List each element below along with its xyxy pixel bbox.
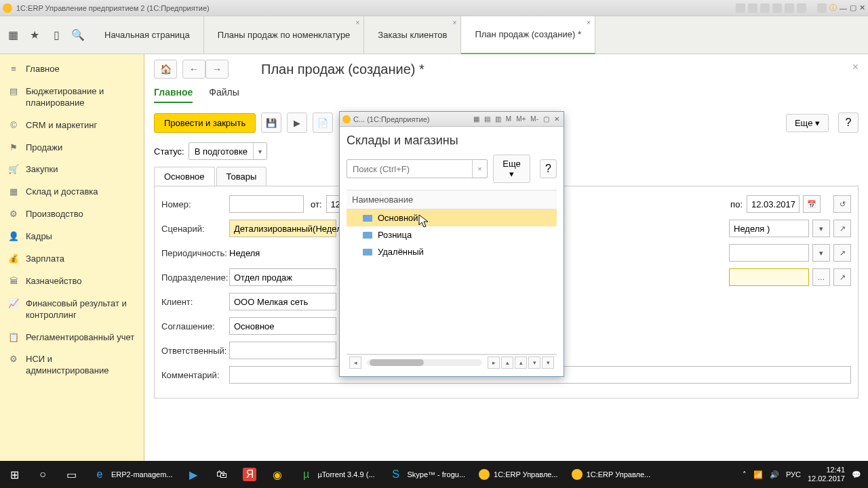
inner-tab-main[interactable]: Основное [154,167,215,186]
start-button[interactable]: ⊞ [0,461,28,488]
home-button[interactable]: 🏠 [154,60,177,79]
titlebar-icon[interactable] [785,3,794,13]
nav-last-icon[interactable]: ▾ [542,357,554,369]
period-right-input[interactable] [729,244,809,262]
popup-tb-icon[interactable]: ▥ [494,115,502,123]
ellipsis-icon[interactable]: … [812,268,830,286]
tab-home[interactable]: Начальная страница [91,16,204,54]
open-icon[interactable]: ↗ [833,268,851,286]
popup-mminus-button[interactable]: M- [529,115,540,123]
forward-button[interactable]: → [205,60,229,79]
tray-notifications-icon[interactable]: 💬 [852,470,861,479]
sidebar-item-treasury[interactable]: 🏛Казначейство [0,270,144,293]
chevron-down-icon[interactable]: ▾ [253,143,267,159]
popup-m-button[interactable]: M [505,115,513,123]
sidebar-item-salary[interactable]: 💰Зарплата [0,248,144,270]
titlebar-icon[interactable] [736,3,745,13]
titlebar-icon[interactable] [760,3,770,13]
agreement-input[interactable]: Основное [229,317,336,335]
tray-network-icon[interactable]: 📶 [753,470,763,479]
popup-search-box[interactable]: × [347,159,488,178]
popup-maximize-icon[interactable]: ▢ [542,115,551,123]
sidebar-item-main[interactable]: ≡Главное [0,58,144,81]
from-date-input[interactable]: 12 [326,195,340,213]
open-icon[interactable]: ↗ [833,220,851,237]
popup-list[interactable]: Основной Розница Удалённый [347,209,557,354]
taskbar-app[interactable]: 1С:ERP Управле... [472,461,565,488]
calendar-icon[interactable]: 📅 [803,195,821,213]
taskbar-app[interactable]: Я [236,461,263,488]
sidebar-item-budgeting[interactable]: ▤Бюджетирование и планирование [0,81,144,115]
help-button[interactable]: ? [838,113,859,133]
taskview-button[interactable]: ▭ [57,461,85,488]
tab-close-icon[interactable]: × [587,19,591,26]
tab-client-orders[interactable]: Заказы клиентов× [364,16,461,54]
tab-close-icon[interactable]: × [453,19,457,26]
popup-help-button[interactable]: ? [540,159,557,178]
tab-sales-plan-create[interactable]: План продаж (создание) *× [461,16,595,54]
sidebar-item-procurement[interactable]: 🛒Закупки [0,159,144,181]
tray-chevron-icon[interactable]: ˄ [743,470,747,479]
subtab-main[interactable]: Главное [154,87,193,103]
submit-close-button[interactable]: Провести и закрыть [154,113,256,133]
subtab-files[interactable]: Файлы [209,87,239,103]
number-input[interactable] [229,195,304,213]
nav-first-icon[interactable]: ▴ [501,357,513,369]
scrollbar[interactable] [367,359,482,366]
taskbar-app[interactable]: SSkype™ - frogu... [381,461,472,488]
dept-input[interactable]: Отдел продаж [229,268,336,286]
status-combo[interactable]: В подготовке ▾ [189,142,267,160]
warehouse-input[interactable] [729,268,809,286]
popup-more-button[interactable]: Еще ▾ [493,155,530,183]
nav-up-icon[interactable]: ▴ [515,357,527,369]
sidebar-item-regaccount[interactable]: 📋Регламентированный учет [0,327,144,349]
clear-icon[interactable]: × [472,160,487,178]
taskbar-app[interactable]: ◉ [263,461,292,488]
chevron-down-icon[interactable]: ▾ [812,220,830,237]
tray-volume-icon[interactable]: 🔊 [770,470,779,479]
inner-tab-goods[interactable]: Товары [216,167,267,186]
taskbar-app[interactable]: 🛍 [208,461,236,488]
cortana-button[interactable]: ○ [28,461,57,488]
open-icon[interactable]: ↗ [833,244,851,262]
report-icon[interactable]: 📄 [313,113,333,133]
taskbar-app[interactable]: µµTorrent 3.4.9 (... [292,461,381,488]
save-icon[interactable]: 💾 [261,113,281,133]
sidebar-item-production[interactable]: ⚙Производство [0,203,144,226]
titlebar-icon[interactable] [772,3,782,13]
scroll-right-icon[interactable]: ▸ [488,357,500,369]
popup-mplus-button[interactable]: M+ [515,115,527,123]
taskbar-app[interactable]: eERP2-managem... [85,461,179,488]
client-input[interactable]: ООО Мелкая сеть [229,293,336,310]
sidebar-item-crm[interactable]: ©CRM и маркетинг [0,115,144,137]
panel-icon[interactable]: ▯ [50,29,62,41]
tab-close-icon[interactable]: × [356,19,360,26]
popup-close-icon[interactable]: ✕ [553,115,561,123]
maximize-icon[interactable]: ▢ [850,3,856,12]
popup-tb-icon[interactable]: ▤ [483,115,492,123]
help-icon[interactable]: ⓘ [829,3,837,13]
titlebar-icon[interactable] [748,3,757,13]
list-item[interactable]: Розница [347,226,557,243]
back-button[interactable]: ← [182,60,205,79]
search-icon[interactable]: 🔍 [72,29,84,41]
nav-down-icon[interactable]: ▾ [528,357,540,369]
chevron-down-icon[interactable]: ▾ [812,244,830,262]
tray-lang[interactable]: РУС [786,470,801,479]
titlebar-icon[interactable] [817,3,827,13]
tray-clock[interactable]: 12:41 12.02.2017 [808,466,845,483]
popup-tb-icon[interactable]: ▦ [472,115,481,123]
list-item[interactable]: Основной [347,209,557,226]
star-icon[interactable]: ★ [28,29,41,41]
popup-titlebar[interactable]: С... (1С:Предприятие) ▦ ▤ ▥ M M+ M- ▢ ✕ [340,112,564,127]
scenario-input[interactable]: Детализированный(Недел [229,220,336,237]
list-item[interactable]: Удалённый [347,243,557,260]
more-button[interactable]: Еще ▾ [786,114,829,132]
scroll-left-icon[interactable]: ◂ [349,357,361,369]
sidebar-item-hr[interactable]: 👤Кадры [0,226,144,248]
close-icon[interactable]: ✕ [859,3,865,12]
taskbar-app[interactable]: 1С:ERP Управле... [565,461,658,488]
minimize-icon[interactable]: — [840,4,847,12]
sidebar-item-sales[interactable]: ⚑Продажи [0,137,144,159]
taskbar-app[interactable]: ▶ [179,461,208,488]
